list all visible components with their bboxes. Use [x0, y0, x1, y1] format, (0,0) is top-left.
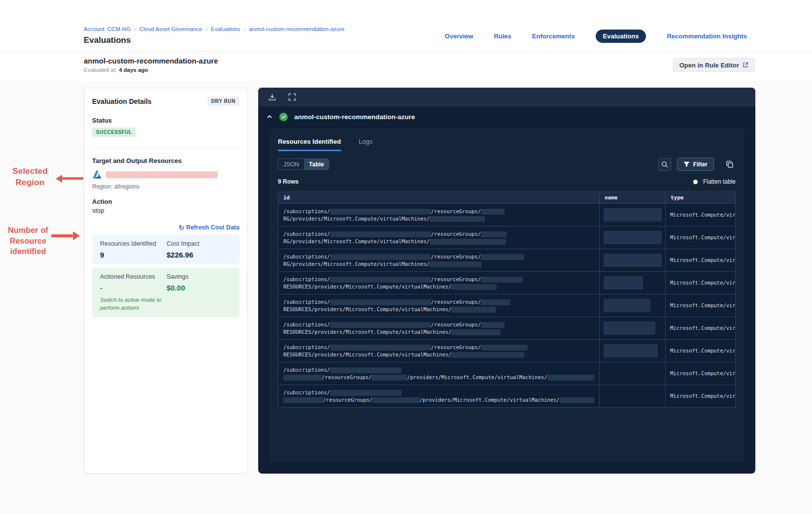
- breadcrumb: Account: CCM-NG›Cloud Asset Governance›E…: [84, 26, 344, 32]
- cell-id: /subscriptions//resourceGroups//provider…: [278, 362, 600, 385]
- redacted-text: [481, 277, 523, 283]
- table-row: /subscriptions//resourceGroups//provider…: [278, 385, 735, 407]
- redacted-text: [481, 299, 510, 305]
- open-rule-editor-button[interactable]: Open in Rule Editor: [673, 58, 755, 72]
- breadcrumb-evaluations[interactable]: Evaluations: [211, 26, 240, 32]
- cost-impact-value: $226.96: [167, 251, 200, 259]
- cell-type: Microsoft.Compute/virtu: [666, 272, 735, 294]
- table-row: /subscriptions//resourceGroups//provider…: [278, 362, 735, 385]
- breadcrumb-account[interactable]: Account: CCM-NG: [84, 26, 131, 32]
- cell-name: [600, 385, 666, 407]
- dry-run-badge: DRY RUN: [207, 96, 239, 106]
- panel-evaluation-title: anmol-custom-recommendation-azure: [294, 113, 415, 121]
- redacted-text: [330, 345, 431, 351]
- redacted-text: [372, 397, 419, 403]
- redacted-text: [283, 397, 323, 403]
- flatten-table-toggle[interactable]: Flatten table: [693, 178, 736, 185]
- redacted-text: [560, 397, 594, 403]
- cell-type: Microsoft.Compute/virtu: [666, 340, 735, 362]
- action-value: stop: [92, 207, 239, 214]
- redacted-name: [604, 208, 662, 222]
- cell-id: /subscriptions//resourceGroups/RG/provid…: [278, 226, 600, 249]
- redacted-text: [430, 216, 485, 222]
- table-row: /subscriptions//resourceGroups/RESOURCES…: [278, 317, 735, 339]
- filter-button[interactable]: Filter: [677, 158, 714, 171]
- redacted-text: [430, 261, 481, 267]
- results-panel: anmol-custom-recommendation-azure Resour…: [258, 88, 755, 474]
- cell-name: [600, 362, 666, 385]
- refresh-icon: ↻: [179, 224, 184, 231]
- redacted-name: [604, 254, 662, 267]
- redacted-name: [604, 321, 655, 335]
- fullscreen-icon[interactable]: [288, 93, 296, 101]
- cell-type: Microsoft.Compute/virtu: [666, 385, 735, 407]
- azure-icon: [92, 170, 102, 180]
- tab-logs[interactable]: Logs: [359, 138, 372, 151]
- view-toggle-table[interactable]: Table: [304, 159, 329, 169]
- cell-name: [600, 340, 666, 362]
- refresh-cost-data-label: Refresh Cost Data: [186, 224, 239, 231]
- search-button[interactable]: [658, 158, 671, 171]
- breadcrumb-rule-name[interactable]: anmol-custom-recommendation-azure: [249, 26, 344, 32]
- panel-toolbar: [258, 88, 755, 106]
- redacted-text: [481, 231, 507, 237]
- tab-evaluations[interactable]: Evaluations: [596, 30, 646, 43]
- tab-resources-identified[interactable]: Resources Identified: [278, 138, 341, 151]
- redacted-text: [451, 329, 501, 335]
- header-divider: [0, 51, 812, 52]
- cell-name: [600, 317, 666, 339]
- cell-id: /subscriptions//resourceGroups/RG/provid…: [278, 204, 600, 226]
- redacted-text: [481, 254, 524, 260]
- redacted-text: [330, 277, 431, 283]
- evaluated-at-label: Evaluated at:: [84, 67, 117, 73]
- evaluated-at-value: 4 days ago: [119, 67, 148, 73]
- resources-identified-label: Resources Identified: [100, 240, 167, 247]
- redacted-name: [604, 299, 650, 312]
- cell-id: /subscriptions//resourceGroups//provider…: [278, 385, 600, 407]
- active-mode-note: Switch to active mode to perform actions: [100, 296, 232, 312]
- cell-name: [600, 272, 666, 294]
- refresh-cost-data-link[interactable]: ↻Refresh Cost Data: [179, 224, 239, 231]
- breadcrumb-governance[interactable]: Cloud Asset Governance: [139, 26, 202, 32]
- open-rule-editor-label: Open in Rule Editor: [679, 62, 739, 69]
- region-value: Region: allregions: [92, 183, 239, 190]
- redacted-name: [604, 231, 662, 244]
- redacted-text: [430, 239, 506, 245]
- column-header-type: type: [666, 192, 735, 203]
- redacted-text: [372, 375, 407, 381]
- download-icon[interactable]: [268, 93, 276, 101]
- status-label: Status: [92, 117, 239, 124]
- tab-enforcements[interactable]: Enforcements: [532, 32, 575, 40]
- table-row: /subscriptions//resourceGroups/RESOURCES…: [278, 339, 735, 362]
- cell-name: [600, 204, 666, 226]
- collapse-chevron-icon[interactable]: [266, 113, 273, 120]
- cell-type: Microsoft.Compute/virtu: [666, 362, 735, 385]
- filter-button-label: Filter: [693, 161, 708, 168]
- search-icon: [661, 161, 668, 168]
- cell-type: Microsoft.Compute/virtu: [666, 226, 735, 249]
- redacted-text: [330, 390, 402, 396]
- tab-overview[interactable]: Overview: [445, 32, 474, 40]
- redacted-text: [330, 299, 431, 305]
- copy-button[interactable]: [724, 159, 736, 170]
- cell-id: /subscriptions//resourceGroups/RG/provid…: [278, 249, 600, 271]
- redacted-text: [283, 375, 322, 381]
- redacted-text: [330, 367, 402, 373]
- tab-recommendation-insights[interactable]: Recommendation Insights: [667, 32, 747, 40]
- resources-cost-box: Resources Identified 9 Cost Impact $226.…: [92, 235, 239, 264]
- card-title: Evaluation Details: [92, 97, 152, 105]
- cell-type: Microsoft.Compute/virtu: [666, 317, 735, 339]
- redacted-text: [451, 284, 497, 290]
- cost-impact-label: Cost Impact: [167, 240, 200, 247]
- results-tabs: Resources Identified Logs: [278, 128, 736, 151]
- external-link-icon: [743, 62, 748, 68]
- view-toggle-json[interactable]: JSON: [278, 159, 304, 169]
- redacted-text: [330, 254, 431, 260]
- resources-table: id name type /subscriptions//resourceGro…: [278, 192, 736, 408]
- redacted-text: [451, 352, 524, 358]
- cell-id: /subscriptions//resourceGroups/RESOURCES…: [278, 340, 600, 362]
- rows-count: 9 Rows: [278, 178, 299, 185]
- tab-rules[interactable]: Rules: [494, 32, 511, 40]
- flatten-toggle-dot: [693, 180, 698, 184]
- breadcrumb-separator: ›: [243, 26, 245, 32]
